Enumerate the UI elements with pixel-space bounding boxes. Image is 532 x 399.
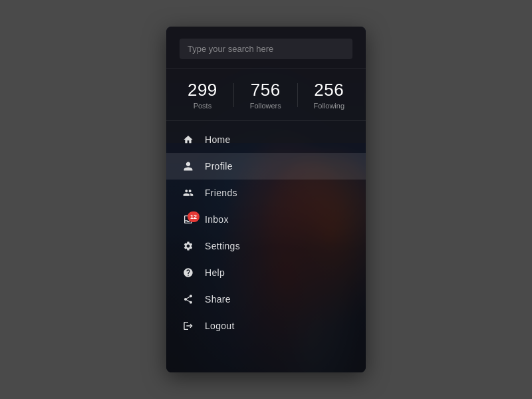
help-icon <box>182 267 194 279</box>
menu-item-friends[interactable]: Friends <box>166 180 366 206</box>
card-content: 299 Posts 756 Followers 256 Following Ho… <box>166 27 366 372</box>
person-icon <box>182 160 194 172</box>
search-input[interactable] <box>180 39 352 59</box>
followers-count: 756 <box>251 80 281 100</box>
inbox-badge: 12 <box>188 211 200 222</box>
stat-divider-2 <box>297 83 298 107</box>
home-icon <box>182 134 194 146</box>
menu-item-logout[interactable]: Logout <box>166 313 366 339</box>
logout-icon <box>182 320 194 332</box>
menu-label-home: Home <box>205 134 231 145</box>
stats-section: 299 Posts 756 Followers 256 Following <box>166 69 366 121</box>
following-label: Following <box>314 102 344 110</box>
menu-item-home[interactable]: Home <box>166 126 366 153</box>
menu-item-help[interactable]: Help <box>166 259 366 286</box>
posts-count: 299 <box>188 80 217 100</box>
menu-item-inbox[interactable]: Inbox 12 <box>166 206 366 233</box>
following-count: 256 <box>314 80 344 100</box>
stat-following: 256 Following <box>314 80 344 110</box>
main-card: 299 Posts 756 Followers 256 Following Ho… <box>166 27 366 372</box>
stat-posts: 299 Posts <box>188 80 217 110</box>
menu-item-share[interactable]: Share <box>166 286 366 313</box>
menu-label-friends: Friends <box>205 188 237 198</box>
menu-label-settings: Settings <box>205 241 240 251</box>
menu-section: Home Profile Friends In <box>166 121 366 372</box>
stat-followers: 756 Followers <box>250 80 281 110</box>
menu-label-logout: Logout <box>205 321 235 331</box>
search-section <box>166 27 366 69</box>
followers-label: Followers <box>250 102 281 110</box>
posts-label: Posts <box>194 102 212 110</box>
friends-icon <box>182 187 194 199</box>
menu-label-profile: Profile <box>205 161 233 172</box>
menu-label-help: Help <box>205 267 225 278</box>
stat-divider-1 <box>233 83 234 107</box>
menu-item-settings[interactable]: Settings <box>166 233 366 259</box>
settings-icon <box>182 240 194 252</box>
menu-label-inbox: Inbox <box>205 214 229 225</box>
menu-item-profile[interactable]: Profile <box>166 153 366 180</box>
share-icon <box>182 293 194 305</box>
menu-label-share: Share <box>205 294 231 305</box>
